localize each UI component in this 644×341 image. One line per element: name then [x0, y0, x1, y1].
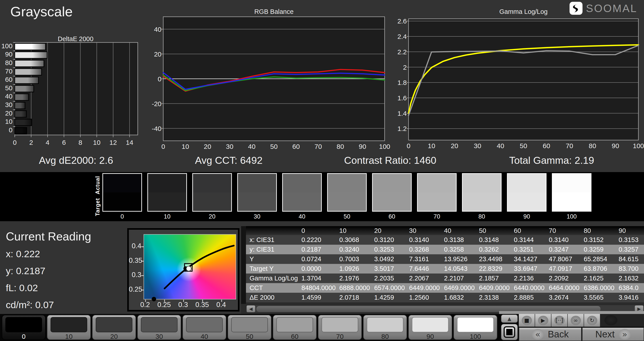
- table-cell: 6464.0000: [545, 283, 580, 293]
- table-col-header: 10: [336, 226, 370, 235]
- table-cell: 2.1625: [580, 274, 615, 283]
- reading-fl: fL: 0.02: [6, 283, 91, 293]
- swatch-target: [418, 192, 456, 211]
- table-cell: 2.2035: [370, 274, 406, 283]
- svg-text:80: 80: [589, 142, 596, 149]
- cie-x-axis: 0.20.250.30.350.4: [144, 301, 235, 310]
- bottom-bar: 0102030405060708090100 ▲ ■▶[··]∞↻ « Back…: [0, 314, 644, 341]
- table-cell: 0.3144: [510, 235, 545, 245]
- refresh-button[interactable]: ↻: [584, 314, 600, 327]
- table-cell: 6574.0000: [370, 283, 406, 293]
- next-button[interactable]: Next »: [582, 327, 644, 341]
- standby-button[interactable]: [501, 324, 518, 340]
- patch-label: 80: [364, 333, 406, 340]
- svg-text:90: 90: [5, 50, 12, 58]
- swatch-level-label: 90: [507, 213, 546, 220]
- grayscale-patch-button-0[interactable]: 0: [2, 315, 46, 340]
- grayscale-swatch-20: [192, 173, 232, 212]
- svg-text:8: 8: [78, 139, 82, 146]
- stop-button[interactable]: ■: [519, 314, 535, 327]
- deltae-bar-chart: 100908070605040302010002468101214: [4, 33, 143, 154]
- play-button[interactable]: ▶: [535, 314, 552, 327]
- reading-y: y: 0.2187: [6, 266, 91, 276]
- table-col-header: 90: [615, 226, 644, 235]
- table-cell: 0.3140: [406, 235, 440, 245]
- svg-text:-20: -20: [152, 100, 162, 107]
- table-cell: 0.3120: [370, 235, 406, 245]
- up-arrow-button[interactable]: ▲: [501, 315, 518, 323]
- table-cell: 0.2187: [298, 245, 336, 254]
- svg-text:10: 10: [5, 118, 12, 125]
- up-arrow-icon: ▲: [508, 316, 512, 322]
- infinity-icon: ∞: [571, 316, 581, 325]
- table-cell: 0.3148: [476, 235, 510, 245]
- swatch-actual: [238, 174, 276, 192]
- patch-swatch: [141, 317, 178, 332]
- svg-text:50: 50: [5, 84, 12, 92]
- table-cell: 0.3262: [476, 245, 510, 254]
- range-button[interactable]: [··]: [552, 314, 568, 327]
- cie-x-tick-label: 0.4: [211, 301, 231, 309]
- svg-text:1.4: 1.4: [397, 110, 407, 117]
- svg-text:80: 80: [336, 143, 344, 150]
- svg-text:2.6: 2.6: [397, 17, 407, 25]
- grayscale-patch-button-10[interactable]: 10: [47, 315, 91, 340]
- infinity-button[interactable]: ∞: [568, 314, 584, 327]
- next-button-label: Next: [595, 329, 614, 340]
- swatch-actual: [418, 174, 456, 192]
- svg-text:40: 40: [5, 92, 12, 100]
- patch-swatch: [412, 317, 448, 332]
- table-cell: 1.4259: [370, 293, 406, 302]
- grayscale-swatch-band: Actual Target 0102030405060708090100: [0, 172, 644, 221]
- patch-label: 70: [318, 333, 361, 340]
- grayscale-patch-button-70[interactable]: 70: [318, 315, 362, 340]
- patch-swatch: [96, 317, 132, 332]
- patch-label: 100: [454, 333, 497, 340]
- swatch-actual: [283, 174, 321, 192]
- cie-x-tick-label: 0.25: [154, 301, 174, 309]
- grayscale-patch-button-50[interactable]: 50: [228, 315, 272, 340]
- grayscale-patch-button-20[interactable]: 20: [92, 315, 136, 340]
- table-row: y: CIE310.21870.32400.32530.32680.32580.…: [246, 245, 644, 254]
- grayscale-patch-button-100[interactable]: 100: [454, 315, 497, 340]
- swatch-level-label: 20: [192, 213, 232, 220]
- table-cell: 1.2560: [406, 293, 440, 302]
- back-button[interactable]: « Back: [519, 327, 582, 341]
- grayscale-patch-button-90[interactable]: 90: [408, 315, 452, 340]
- table-cell: 0.3251: [510, 245, 545, 254]
- swatch-level-label: 40: [282, 213, 322, 220]
- svg-text:60: 60: [292, 143, 300, 150]
- table-cell: 7.3161: [406, 254, 440, 264]
- table-cell: 0.3068: [336, 235, 370, 245]
- table-cell: 6409.0000: [476, 283, 510, 293]
- svg-text:0: 0: [407, 142, 410, 149]
- table-cell: 0.0724: [298, 254, 336, 264]
- patch-label: 60: [273, 333, 316, 340]
- table-cell: 22.8329: [476, 264, 510, 274]
- grayscale-patch-button-60[interactable]: 60: [273, 315, 317, 340]
- stop-icon: ■: [522, 316, 532, 325]
- play-icon: ▶: [538, 316, 548, 325]
- swatch-target: [508, 192, 546, 211]
- grayscale-patch-button-30[interactable]: 30: [137, 315, 181, 340]
- scroll-left-icon[interactable]: ◀: [247, 306, 255, 312]
- table-cell: 0.7003: [336, 254, 370, 264]
- svg-text:20: 20: [154, 50, 162, 58]
- svg-text:70: 70: [314, 143, 322, 150]
- svg-text:1.6: 1.6: [397, 94, 407, 102]
- patch-swatch: [457, 317, 494, 332]
- table-cell: 2.1632: [615, 274, 644, 283]
- patch-label: 0: [2, 333, 45, 340]
- grayscale-patch-button-80[interactable]: 80: [363, 315, 407, 340]
- svg-text:70: 70: [566, 142, 573, 149]
- swatch-target: [373, 192, 411, 211]
- table-cell: 84.615: [615, 254, 644, 264]
- grayscale-patch-button-40[interactable]: 40: [182, 315, 226, 340]
- grayscale-swatch-80: [462, 173, 502, 212]
- patch-label: 50: [228, 333, 271, 340]
- cie-y-tick-label: 0.3: [129, 271, 141, 279]
- swatch-level-label: 50: [327, 213, 367, 220]
- swatch-actual: [463, 174, 501, 192]
- swatch-level-label: 10: [147, 213, 187, 220]
- swatch-actual: [328, 174, 366, 192]
